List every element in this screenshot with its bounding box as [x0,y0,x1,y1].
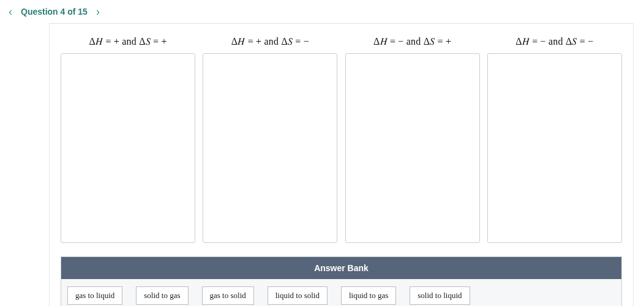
answer-bank: Answer Bank gas to liquid solid to gas g… [61,256,622,306]
bin-header: Δ𝐻 = + and Δ𝑆 = + [89,36,167,47]
answer-chip[interactable]: solid to gas [136,286,188,305]
question-panel: Δ𝐻 = + and Δ𝑆 = + Δ𝐻 = + and Δ𝑆 = − Δ𝐻 =… [49,23,634,306]
answer-chip[interactable]: gas to solid [202,286,254,305]
drop-bins-row: Δ𝐻 = + and Δ𝑆 = + Δ𝐻 = + and Δ𝑆 = − Δ𝐻 =… [61,36,622,243]
prev-question-icon[interactable]: ‹ [9,6,12,17]
question-counter: Question 4 of 15 [21,7,88,17]
bin-header: Δ𝐻 = + and Δ𝑆 = − [231,36,309,47]
dropzone-4[interactable] [487,53,622,243]
question-nav: ‹ Question 4 of 15 › [0,0,644,23]
answer-chip[interactable]: gas to liquid [67,286,122,305]
dropzone-1[interactable] [61,53,195,243]
bin-col-1: Δ𝐻 = + and Δ𝑆 = + [61,36,195,243]
answer-chip[interactable]: liquid to solid [268,286,328,305]
bin-col-4: Δ𝐻 = − and Δ𝑆 = − [487,36,622,243]
next-question-icon[interactable]: › [96,6,100,17]
answer-bank-body: gas to liquid solid to gas gas to solid … [61,279,621,306]
dropzone-2[interactable] [203,53,337,243]
answer-chip[interactable]: liquid to gas [341,286,396,305]
bin-header: Δ𝐻 = − and Δ𝑆 = − [515,36,593,47]
dropzone-3[interactable] [345,53,480,243]
bin-col-3: Δ𝐻 = − and Δ𝑆 = + [345,36,480,243]
answer-bank-title: Answer Bank [61,257,621,279]
bin-header: Δ𝐻 = − and Δ𝑆 = + [373,36,451,47]
answer-chip[interactable]: solid to liquid [410,286,470,305]
bin-col-2: Δ𝐻 = + and Δ𝑆 = − [203,36,337,243]
